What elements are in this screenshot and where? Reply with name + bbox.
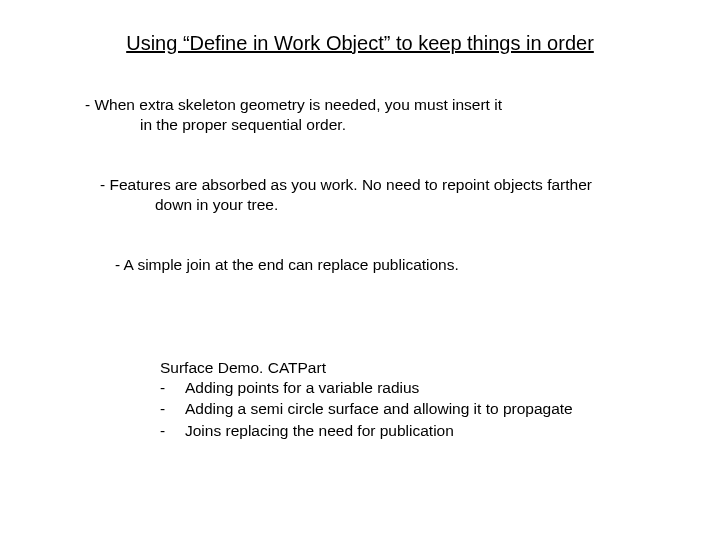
sub-bullet-text: Adding points for a variable radius xyxy=(185,377,419,399)
section-heading: Surface Demo. CATPart xyxy=(160,359,720,377)
slide-title: Using “Define in Work Object” to keep th… xyxy=(0,0,720,55)
bullet-point-3: - A simple join at the end can replace p… xyxy=(115,256,720,274)
bullet-dash: - xyxy=(160,420,185,442)
bullet-dash: - xyxy=(160,398,185,420)
sub-bullet-item: - Joins replacing the need for publicati… xyxy=(160,420,720,442)
bullet-1-line-1: - When extra skeleton geometry is needed… xyxy=(85,96,502,113)
sub-bullet-item: - Adding points for a variable radius xyxy=(160,377,720,399)
sub-bullet-text: Joins replacing the need for publication xyxy=(185,420,454,442)
bullet-2-line-2: down in your tree. xyxy=(155,195,720,215)
bullet-point-1: - When extra skeleton geometry is needed… xyxy=(85,95,720,135)
bullet-dash: - xyxy=(160,377,185,399)
bullet-2-line-1: - Features are absorbed as you work. No … xyxy=(100,176,592,193)
sub-bullet-list: - Adding points for a variable radius - … xyxy=(160,377,720,442)
bullet-point-2: - Features are absorbed as you work. No … xyxy=(100,175,720,215)
bullet-1-line-2: in the proper sequential order. xyxy=(140,115,720,135)
sub-bullet-item: - Adding a semi circle surface and allow… xyxy=(160,398,720,420)
sub-bullet-text: Adding a semi circle surface and allowin… xyxy=(185,398,573,420)
